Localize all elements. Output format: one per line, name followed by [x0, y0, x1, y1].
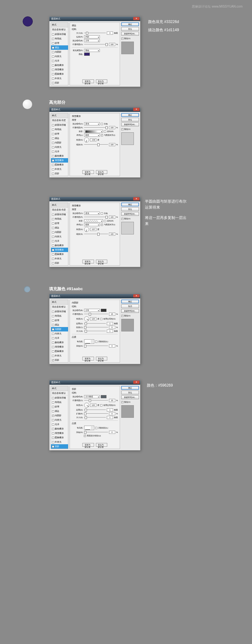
gradient-picker[interactable] [84, 219, 103, 222]
layer-style-dialog-2: 图层样式✕ 样式 混合选项·自定 斜面和浮雕 等高线 纹理 描边 内阴影 内发光… [49, 107, 140, 178]
struct-heading: 结构 [72, 28, 118, 31]
align-checkbox[interactable] [101, 134, 103, 136]
style-dropdown[interactable]: 线性 [84, 134, 100, 137]
close-icon[interactable]: ✕ [133, 17, 140, 20]
styles-header: 样式 [51, 23, 68, 27]
style-gradient-overlay[interactable]: 渐变叠加 [51, 67, 68, 72]
style-gradient-overlay[interactable]: 渐变叠加 [51, 248, 68, 252]
sample-circle-highlight [23, 100, 32, 109]
reset-default-button[interactable]: 复位为默认值 [96, 170, 107, 174]
scale-slider[interactable] [84, 144, 108, 145]
set-default-button[interactable]: 设置为默认值 [83, 79, 94, 83]
ok-button[interactable]: 确定 [121, 386, 139, 390]
dialog-titlebar[interactable]: 图层样式✕ [49, 294, 140, 298]
style-stroke[interactable]: 描边 [51, 45, 68, 50]
settings-panel: 描边 结构 大小(S):3像素 位置(P):内部 混合模式(B):正常 不透明度… [70, 22, 120, 85]
new-style-button[interactable]: 新建样式(W)... [121, 32, 139, 36]
reset-button[interactable]: 复位 [121, 207, 139, 211]
new-style-button[interactable]: 新建样式(W)... [121, 212, 139, 216]
preview-swatch [121, 319, 134, 331]
preview-checkbox[interactable] [121, 37, 123, 40]
close-icon[interactable]: ✕ [133, 108, 140, 111]
angle-dial[interactable] [84, 137, 89, 142]
blend-dropdown[interactable]: 柔光 [84, 122, 100, 125]
opacity-input[interactable]: 100 [109, 126, 115, 129]
new-style-button[interactable]: 新建样式(W)... [121, 123, 139, 126]
dialog-titlebar[interactable]: 图层样式✕ [49, 380, 140, 385]
ok-button[interactable]: 确定 [121, 22, 139, 26]
opacity-slider[interactable] [84, 127, 108, 128]
opacity-slider[interactable] [84, 44, 108, 45]
preview-checkbox[interactable] [121, 128, 123, 130]
styles-list: 样式 混合选项·自定 斜面和浮雕 等高线 纹理 描边 内阴影 内发光 光泽 颜色… [51, 113, 68, 176]
reset-button[interactable]: 复位 [121, 391, 139, 394]
blend-options[interactable]: 混合选项·自定 [51, 118, 68, 123]
angle-input[interactable]: -158 [90, 138, 96, 141]
close-icon[interactable]: ✕ [133, 294, 140, 297]
scale-input[interactable]: 100 [109, 143, 115, 146]
style-outer-glow[interactable]: 外发光 [51, 76, 68, 81]
style-gradient-overlay[interactable]: 渐变叠加 [51, 158, 68, 163]
style-pattern-overlay[interactable]: 图案叠加 [51, 72, 68, 76]
annotation-stroke: 描边颜色 #1d1149 [148, 27, 179, 33]
dialog-titlebar[interactable]: 图层样式✕ [49, 17, 140, 21]
blend-dropdown[interactable]: 柔光 [84, 212, 100, 215]
filltype-dropdown[interactable]: 颜色 [84, 49, 100, 52]
shadow-color-swatch[interactable] [101, 395, 106, 398]
blend-options[interactable]: 混合选项·自定 [51, 208, 68, 212]
dialog-titlebar[interactable]: 图层样式✕ [49, 197, 140, 201]
style-drop-shadow[interactable]: 投影 [51, 81, 68, 85]
knockout-checkbox[interactable] [84, 435, 86, 437]
size-input[interactable]: 3 [107, 32, 113, 35]
new-style-button[interactable]: 新建样式(W)... [121, 309, 139, 313]
blend-dropdown[interactable]: 正常 [84, 39, 100, 42]
ok-button[interactable]: 确定 [121, 203, 139, 206]
style-inner-glow[interactable]: 内发光 [51, 54, 68, 59]
style-texture[interactable]: 纹理 [51, 41, 68, 45]
cancel-button[interactable]: 取消 [121, 304, 139, 308]
shadow-color-swatch[interactable] [101, 309, 106, 312]
contour-picker[interactable] [84, 426, 94, 430]
contour-picker[interactable] [84, 339, 94, 344]
panel-title: 描边 [72, 24, 118, 27]
blend-options[interactable]: 混合选项·默认 [51, 391, 68, 396]
annotation-color: 颜色：#596269 [147, 382, 173, 388]
dither-checkbox[interactable] [101, 123, 103, 125]
blend-options[interactable]: 混合选项·默认 [51, 305, 68, 309]
angle-dial[interactable] [84, 316, 89, 321]
style-satin[interactable]: 光泽 [51, 59, 68, 63]
preview-swatch [121, 132, 134, 145]
style-inner-shadow[interactable]: 内阴影 [51, 50, 68, 54]
ok-button[interactable]: 确定 [121, 113, 139, 117]
reverse-checkbox[interactable] [104, 130, 106, 133]
blend-options[interactable]: 混合选项·默认 [51, 27, 68, 32]
angle-dial[interactable] [84, 403, 89, 408]
blend-dropdown[interactable]: 正常 [84, 309, 100, 312]
reset-button[interactable]: 复位 [121, 118, 139, 122]
opacity-input[interactable]: 100 [109, 43, 115, 46]
dialog-titlebar[interactable]: 图层样式✕ [49, 107, 140, 112]
blend-dropdown[interactable]: 正片叠底 [84, 395, 100, 398]
color-swatch[interactable] [84, 53, 90, 56]
reset-default-button[interactable]: 复位为默认值 [96, 79, 107, 83]
close-icon[interactable]: ✕ [133, 197, 140, 200]
gradient-picker[interactable] [84, 130, 103, 133]
sample-circle-blue [24, 286, 30, 292]
styles-list: 样式 混合选项·自定 斜面和浮雕 等高线 纹理 描边 内阴影 内发光 光泽 颜色… [51, 203, 68, 266]
sample-circle-purple [23, 16, 33, 26]
style-bevel[interactable]: 斜面和浮雕 [51, 32, 68, 37]
close-icon[interactable]: ✕ [133, 381, 140, 384]
settings-panel: 渐变叠加 渐变 混合模式(O):柔光仿色 不透明度(P):100% 渐变:反向(… [70, 113, 120, 176]
style-drop-shadow[interactable]: 投影 [51, 444, 68, 449]
layer-style-dialog: 图层样式✕ 样式 混合选项·默认 斜面和浮雕 等高线 纹理 描边 内阴影 内发光… [49, 16, 140, 87]
style-contour[interactable]: 等高线 [51, 37, 68, 41]
size-slider[interactable] [84, 32, 106, 34]
style-color-overlay[interactable]: 颜色叠加 [51, 63, 68, 67]
ok-button[interactable]: 确定 [121, 300, 139, 303]
angle-dial[interactable] [84, 227, 89, 232]
style-inner-shadow[interactable]: 内阴影 [51, 327, 68, 331]
reset-button[interactable]: 复位 [121, 27, 139, 31]
new-style-button[interactable]: 新建样式(W)... [121, 395, 139, 399]
set-default-button[interactable]: 设置为默认值 [83, 170, 94, 174]
position-dropdown[interactable]: 内部 [84, 35, 100, 38]
